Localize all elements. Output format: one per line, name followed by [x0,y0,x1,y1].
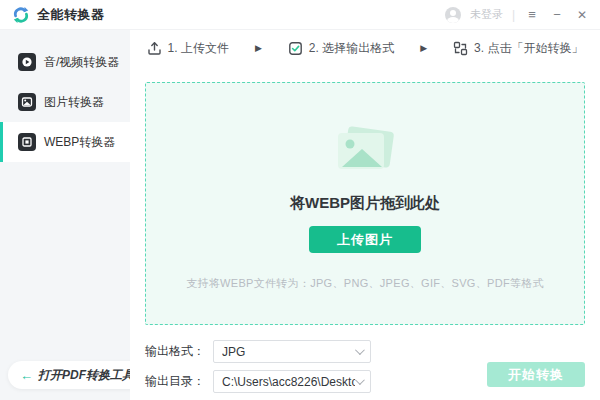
step-arrow-icon: ▶ [420,43,427,53]
sidebar: 音/视频转换器 图片转换器 WEBP转换器 ← 打开PDF转换工具 [0,30,130,400]
left-arrow-icon: ← [20,368,33,383]
step-label: 1. 上传文件 [168,40,229,57]
sidebar-item-webp-converter[interactable]: WEBP转换器 [0,122,130,162]
supported-formats-text: 支持将WEBP文件转为：JPG、PNG、JPEG、GIF、SVG、PDF等格式 [186,276,544,291]
main-panel: 1. 上传文件 ▶ 2. 选择输出格式 ▶ 3. 点击「开始转换」 [130,30,600,400]
titlebar-divider: | [512,8,515,22]
chevron-down-icon [355,345,365,355]
step-start-convert: 3. 点击「开始转换」 [453,40,583,57]
close-icon[interactable]: ✕ [574,7,590,23]
output-directory-select[interactable]: C:\Users\acc8226\Desktop [213,370,371,393]
step-select-format: 2. 选择输出格式 [288,40,394,57]
picture-placeholder-icon [330,125,400,181]
sidebar-item-label: 音/视频转换器 [44,54,119,71]
upload-icon [147,41,162,56]
app-title: 全能转换器 [37,6,105,24]
titlebar: 全能转换器 未登录 | ≡ − ✕ [0,0,600,30]
video-converter-icon [18,53,36,71]
webp-dropzone[interactable]: 将WEBP图片拖到此处 上传图片 支持将WEBP文件转为：JPG、PNG、JPE… [145,82,585,325]
webp-converter-icon [18,133,36,151]
output-format-select[interactable]: JPG [213,340,371,363]
step-upload-file: 1. 上传文件 [147,40,229,57]
chevron-down-icon [355,375,365,385]
menu-icon[interactable]: ≡ [524,7,540,23]
open-pdf-tool-label: 打开PDF转换工具 [38,367,134,384]
step-label: 3. 点击「开始转换」 [474,40,583,57]
dropzone-title: 将WEBP图片拖到此处 [290,194,440,213]
sidebar-item-label: WEBP转换器 [44,134,115,151]
sidebar-item-label: 图片转换器 [44,94,104,111]
format-check-icon [288,41,303,56]
user-avatar[interactable] [445,7,461,23]
output-directory-label: 输出目录： [145,373,207,390]
start-convert-button[interactable]: 开始转换 [487,362,585,387]
output-directory-value: C:\Users\acc8226\Desktop [222,375,355,389]
app-logo-sync-icon [12,6,30,24]
minimize-icon[interactable]: − [549,7,565,23]
open-pdf-tool-button[interactable]: ← 打开PDF转换工具 [8,361,146,389]
step-arrow-icon: ▶ [255,43,262,53]
output-settings: 输出格式： JPG 输出目录： C:\Users\acc8226\Desktop… [130,330,600,400]
sidebar-item-image-converter[interactable]: 图片转换器 [0,82,130,122]
convert-cycle-icon [453,41,468,56]
output-format-label: 输出格式： [145,343,207,360]
sidebar-item-audio-video-converter[interactable]: 音/视频转换器 [0,42,130,82]
step-label: 2. 选择输出格式 [309,40,394,57]
login-status[interactable]: 未登录 [470,7,503,22]
output-format-value: JPG [222,345,355,359]
steps-bar: 1. 上传文件 ▶ 2. 选择输出格式 ▶ 3. 点击「开始转换」 [130,30,600,66]
upload-image-button[interactable]: 上传图片 [309,226,421,253]
image-converter-icon [18,93,36,111]
